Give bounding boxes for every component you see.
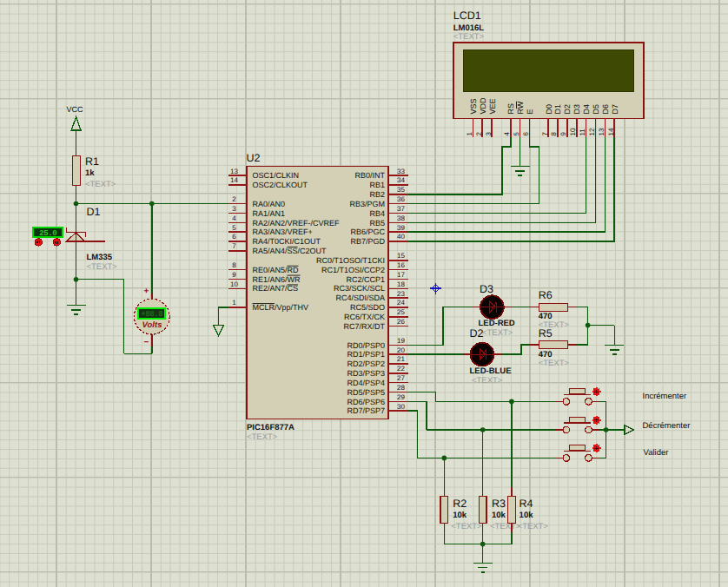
svg-text:2: 2	[475, 132, 483, 136]
svg-text:22: 22	[397, 365, 405, 373]
svg-text:VDD: VDD	[479, 97, 487, 115]
svg-text:15: 15	[397, 252, 405, 260]
svg-text:24: 24	[397, 299, 405, 307]
svg-text:25.0: 25.0	[39, 229, 56, 238]
svg-text:25: 25	[397, 308, 405, 316]
svg-text:R3: R3	[492, 498, 506, 510]
svg-text:17: 17	[397, 271, 405, 279]
svg-text:12: 12	[588, 128, 596, 135]
svg-text:16: 16	[397, 261, 405, 269]
svg-text:8: 8	[232, 261, 236, 269]
svg-text:38: 38	[397, 214, 405, 222]
svg-text:LCD1: LCD1	[453, 10, 481, 22]
svg-text:D2: D2	[470, 327, 484, 340]
svg-text:RD2/PSP2: RD2/PSP2	[347, 359, 385, 368]
svg-text:RC6/TX/CK: RC6/TX/CK	[344, 313, 385, 321]
svg-text:39: 39	[397, 224, 405, 232]
svg-text:7: 7	[541, 132, 549, 136]
svg-text:RD6/PSP6: RD6/PSP6	[347, 398, 385, 406]
svg-text:28: 28	[397, 384, 405, 392]
svg-text:RB3/PGM: RB3/PGM	[349, 200, 385, 208]
svg-text:RA4/T0CKI/C1OUT: RA4/T0CKI/C1OUT	[253, 237, 321, 246]
svg-text:Décrémenter: Décrémenter	[643, 421, 691, 431]
svg-text:R6: R6	[539, 289, 553, 301]
svg-text:VCC: VCC	[67, 105, 84, 114]
svg-text:RC5/SDO: RC5/SDO	[350, 303, 385, 312]
svg-text:LED-BLUE: LED-BLUE	[470, 366, 512, 376]
svg-text:10: 10	[230, 280, 238, 288]
svg-text:RB5: RB5	[369, 219, 385, 228]
svg-text:+: +	[144, 287, 149, 296]
svg-text:<TEXT>: <TEXT>	[451, 522, 482, 531]
svg-text:+88.8: +88.8	[141, 310, 162, 319]
svg-text:RA5/AN4/SS/C2OUT: RA5/AN4/SS/C2OUT	[253, 247, 328, 255]
svg-text:Incrémenter: Incrémenter	[643, 392, 687, 401]
svg-text:RA2/AN2/VREF-/CVREF: RA2/AN2/VREF-/CVREF	[253, 219, 341, 228]
svg-text:10k: 10k	[453, 511, 467, 520]
svg-text:RW: RW	[516, 101, 525, 114]
svg-text:D2: D2	[563, 104, 572, 115]
svg-text:Volts: Volts	[142, 320, 162, 330]
svg-text:1: 1	[232, 299, 236, 307]
svg-text:RD4/PSP4: RD4/PSP4	[347, 379, 385, 387]
svg-text:OSC2/CLKOUT: OSC2/CLKOUT	[253, 181, 308, 189]
svg-text:3: 3	[232, 205, 236, 213]
svg-text:10k: 10k	[520, 511, 534, 520]
svg-text:VEE: VEE	[488, 98, 497, 114]
svg-text:RD5/PSP5: RD5/PSP5	[347, 388, 385, 397]
svg-text:2: 2	[232, 195, 236, 203]
svg-text:33: 33	[397, 168, 405, 175]
svg-text:23: 23	[397, 290, 405, 298]
svg-text:RA1/AN1: RA1/AN1	[253, 209, 286, 218]
svg-text:RC4/SDI/SDA: RC4/SDI/SDA	[335, 294, 385, 302]
svg-text:20: 20	[397, 346, 405, 354]
svg-text:<TEXT>: <TEXT>	[482, 328, 513, 338]
svg-text:RB6/PGC: RB6/PGC	[350, 228, 385, 236]
svg-text:27: 27	[397, 374, 405, 382]
svg-text:10k: 10k	[492, 511, 506, 520]
svg-text:D1: D1	[87, 206, 101, 218]
svg-text:RB2: RB2	[369, 190, 385, 199]
svg-text:OSC1/CLKIN: OSC1/CLKIN	[253, 171, 300, 180]
svg-text:MCLR/Vpp/THV: MCLR/Vpp/THV	[253, 303, 309, 312]
svg-text:RC7/RX/DT: RC7/RX/DT	[343, 322, 385, 331]
svg-text:1: 1	[466, 132, 473, 136]
svg-text:3: 3	[485, 132, 493, 136]
svg-text:13: 13	[598, 128, 606, 135]
svg-text:10: 10	[569, 128, 577, 135]
svg-text:R5: R5	[539, 327, 553, 340]
svg-text:30: 30	[397, 403, 405, 411]
svg-text:18: 18	[397, 280, 405, 288]
svg-text:4: 4	[503, 132, 511, 136]
svg-text:RE1/AN6/WR: RE1/AN6/WR	[253, 275, 301, 284]
svg-text:<TEXT>: <TEXT>	[539, 359, 570, 368]
svg-text:RC0/T1OSO/T1CKI: RC0/T1OSO/T1CKI	[316, 256, 385, 265]
svg-text:13: 13	[230, 168, 238, 175]
svg-text:RC3/SCK/SCL: RC3/SCK/SCL	[334, 284, 385, 293]
svg-text:D7: D7	[611, 104, 619, 115]
svg-text:19: 19	[397, 337, 405, 345]
svg-text:RB1: RB1	[369, 181, 385, 189]
svg-text:6: 6	[232, 233, 236, 241]
svg-text:U2: U2	[247, 152, 261, 164]
svg-text:RC2/CCP1: RC2/CCP1	[346, 275, 385, 284]
svg-text:11: 11	[579, 129, 586, 136]
svg-text:9: 9	[559, 132, 567, 136]
svg-text:<TEXT>: <TEXT>	[490, 522, 521, 531]
svg-text:26: 26	[397, 318, 405, 326]
svg-text:9: 9	[232, 271, 236, 279]
svg-text:RS: RS	[506, 103, 515, 115]
svg-text:LED-RED: LED-RED	[479, 319, 515, 328]
svg-text:35: 35	[397, 186, 405, 194]
svg-text:40: 40	[397, 233, 405, 241]
svg-text:14: 14	[230, 176, 238, 184]
svg-text:<TEXT>: <TEXT>	[247, 432, 278, 442]
svg-text:RB7/PGD: RB7/PGD	[350, 237, 385, 246]
svg-text:4: 4	[232, 214, 236, 222]
svg-text:D1: D1	[553, 104, 562, 115]
svg-text:VSS: VSS	[469, 98, 478, 114]
svg-text:5: 5	[513, 132, 520, 136]
svg-text:RA3/AN3/VREF+: RA3/AN3/VREF+	[253, 228, 313, 236]
svg-text:D4: D4	[582, 104, 591, 115]
svg-text:LM335: LM335	[87, 253, 113, 262]
